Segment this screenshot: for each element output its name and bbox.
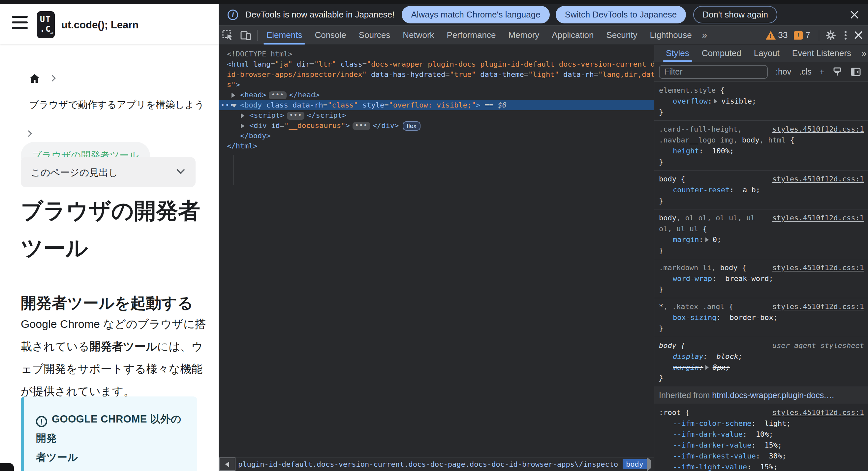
css-declaration[interactable]: --ifm-darker-value: 15%; [659,440,864,450]
css-rule[interactable]: styles.4510f12d.css:1.markdown li, body … [654,259,868,298]
breadcrumb-scroll-left-button[interactable] [219,458,236,471]
stylesheet-source-link[interactable]: styles.4510f12d.css:1 [772,212,864,223]
tab-network[interactable]: Network [396,26,440,44]
dom-breadcrumb-path[interactable]: plugin-id-default.docs-version-current.d… [238,460,619,468]
shorthand-expander-icon[interactable] [705,365,709,370]
collapsed-content-ellipsis-button[interactable]: ••• [352,122,370,130]
collapsed-content-ellipsis-button[interactable]: ••• [269,91,286,99]
collapsed-content-ellipsis-button[interactable]: ••• [287,112,304,120]
site-title[interactable]: ut.code(); Learn [61,19,138,31]
stylesheet-source-link[interactable]: styles.4510f12d.css:1 [772,124,864,134]
css-declaration[interactable]: counter-reset: a b; [659,184,864,195]
infobar-action-button[interactable]: Switch DevTools to Japanese [556,6,686,24]
breadcrumb-scroll-right-button[interactable] [647,460,651,468]
infobar-close-icon[interactable] [849,10,860,20]
kebab-menu-icon[interactable] [844,30,847,41]
logo-curl-glyph: ↩ [50,28,54,38]
dom-node[interactable]: </body> [219,131,654,141]
tab-application[interactable]: Application [546,26,600,44]
shorthand-expander-icon[interactable] [705,238,709,242]
css-rule[interactable]: user agent stylesheetbody {display: bloc… [654,337,868,387]
css-declaration[interactable]: margin:0; [659,234,864,245]
css-rule[interactable]: styles.4510f12d.css:1:root {--ifm-color-… [654,404,868,471]
inherited-from-link[interactable]: html.docs-wrapper.plugin-docs.… [712,390,834,400]
tab-elements[interactable]: Elements [260,26,308,44]
dom-node[interactable]: </html> [219,141,654,151]
css-declaration[interactable]: height: 100%; [659,146,864,156]
css-rule[interactable]: styles.4510f12d.css:1body, ol ol, ol ul,… [654,210,868,259]
stylesheet-source-link[interactable]: styles.4510f12d.css:1 [772,407,864,418]
settings-gear-icon[interactable] [825,30,836,41]
sidebar-tab-computed[interactable]: Computed [695,45,748,62]
expander-closed-icon[interactable] [241,123,244,129]
devtools-close-icon[interactable] [854,30,863,40]
styles-filter-input[interactable] [659,65,768,79]
sidebar-tab-layout[interactable]: Layout [748,45,786,62]
dom-node[interactable]: <!DOCTYPE html> [219,49,654,59]
css-rule[interactable]: element.style {overflow:visible;} [654,82,868,121]
home-icon[interactable] [29,73,40,84]
stylesheet-source-link[interactable]: styles.4510f12d.css:1 [772,301,864,312]
issues-counter[interactable]: ! 7 [794,30,810,40]
info-icon: i [227,9,238,20]
rule-selector-line: styles.4510f12d.css:1.markdown li, body … [659,262,864,273]
stylesheet-source-link[interactable]: styles.4510f12d.css:1 [772,262,864,273]
dom-breadcrumb-bar: plugin-id-default.docs-version-current.d… [219,457,654,471]
tab-lighthouse[interactable]: Lighthouse [643,26,698,44]
expander-closed-icon[interactable] [231,93,235,98]
dont-show-again-button[interactable]: Don't show again [693,6,777,24]
dom-node[interactable]: <script>•••</script> [219,110,654,120]
hamburger-menu-icon[interactable] [12,16,28,32]
dom-node-selected[interactable]: •••<body class data-rh="class" style="ov… [219,100,654,110]
device-toolbar-icon[interactable] [240,30,251,41]
tab-sources[interactable]: Sources [352,26,396,44]
breadcrumb-section-link[interactable]: ブラウザで動作するアプリを構築しよう [29,98,205,112]
styles-toolbar-button-hov[interactable]: :hov [776,67,791,76]
dom-node[interactable]: s"> [219,80,654,90]
tab-security[interactable]: Security [600,26,644,44]
tab-console[interactable]: Console [308,26,352,44]
sidebar-tab-event-listeners[interactable]: Event Listeners [786,45,858,62]
sidebar-more-tabs-button[interactable]: » [858,48,868,59]
panel-toggle-icon[interactable] [850,67,861,77]
expander-open-icon[interactable] [231,104,237,107]
css-rule[interactable]: styles.4510f12d.css:1.card--full-height,… [654,121,868,170]
css-declaration[interactable]: --ifm-dark-value: 10%; [659,429,864,440]
dom-node[interactable]: <html lang="ja" dir="ltr" class="docs-wr… [219,59,654,69]
styles-sidebar: StylesComputedLayoutEvent Listeners» :ho… [654,45,868,471]
dom-node[interactable]: id-browser-apps/inspector/index" data-ha… [219,69,654,80]
tab-performance[interactable]: Performance [441,26,502,44]
css-rule[interactable]: styles.4510f12d.css:1body {counter-reset… [654,170,868,210]
dom-node[interactable]: <head>•••</head> [219,90,654,100]
css-declaration[interactable]: --ifm-color-scheme: light; [659,418,864,429]
rule-closing-brace: } [659,106,864,118]
more-tabs-button[interactable]: » [698,30,711,40]
css-declaration[interactable]: overflow:visible; [659,96,864,106]
css-declaration[interactable]: --ifm-light-value: 15%; [659,462,864,471]
issues-icon: ! [794,31,803,39]
alert-circle-icon: ! [36,416,47,427]
css-declaration[interactable]: word-wrap: break-word; [659,273,864,284]
dom-node[interactable]: <div id="__docusaurus">•••</div>flex [219,120,654,131]
styles-toolbar-button-[interactable]: + [819,67,825,76]
inspect-element-icon[interactable] [222,30,234,41]
toc-collapsible[interactable]: このページの見出し [21,157,195,187]
tab-memory[interactable]: Memory [502,26,546,44]
stylesheet-source-link[interactable]: styles.4510f12d.css:1 [772,174,864,184]
warnings-counter[interactable]: ! 33 [766,30,788,40]
css-declaration[interactable]: margin:8px; [659,362,864,373]
infobar-action-button[interactable]: Always match Chrome's language [402,6,550,24]
dom-breadcrumb-selected[interactable]: body [623,459,647,469]
brush-icon[interactable] [832,67,843,77]
styles-toolbar-button-cls[interactable]: .cls [799,67,812,76]
css-declaration[interactable]: --ifm-darkest-value: 30%; [659,450,864,462]
css-rule[interactable]: styles.4510f12d.css:1*, .katex .angl {bo… [654,298,868,337]
shorthand-expander-icon[interactable] [714,99,717,103]
flex-badge[interactable]: flex [403,121,421,131]
sidebar-tab-styles[interactable]: Styles [659,45,695,62]
css-declaration[interactable]: display: block; [659,351,864,362]
expander-closed-icon[interactable] [241,113,244,118]
indent-guide [234,155,234,185]
css-declaration[interactable]: box-sizing: border-box; [659,312,864,323]
site-logo[interactable]: UT .C ↩ [37,11,55,38]
